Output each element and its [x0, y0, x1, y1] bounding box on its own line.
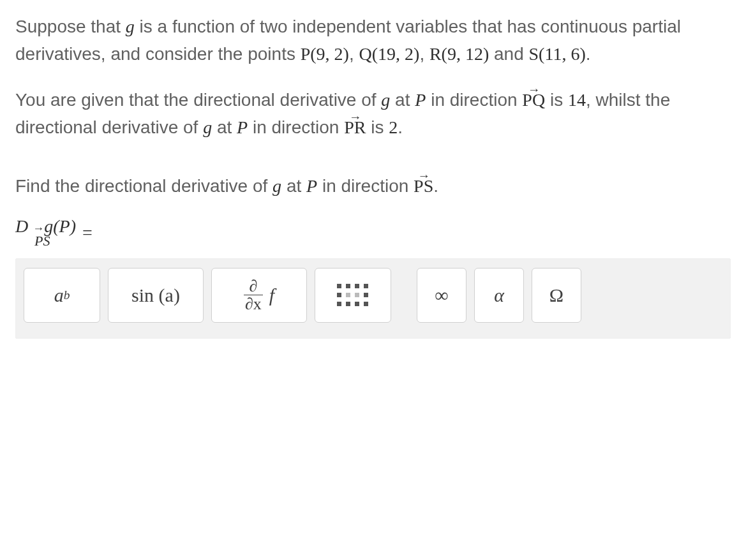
value-2: 2 [389, 117, 398, 137]
text: , [419, 44, 429, 64]
frac-num: ∂ [248, 277, 258, 295]
math-P: P [237, 117, 248, 137]
point-R: R(9, 12) [429, 44, 489, 64]
text: and [489, 44, 528, 64]
omega-button[interactable]: Ω [532, 268, 581, 323]
fraction-icon: ∂ ∂x [244, 277, 263, 313]
sin-label: sin (a) [131, 281, 180, 311]
D-letter: D [15, 216, 28, 236]
math-P: P [415, 90, 426, 110]
text: in direction [248, 117, 344, 137]
point-Q: Q(19, 2) [359, 44, 420, 64]
problem-paragraph-3: Find the directional derivative of g at … [15, 172, 731, 200]
vector-PS: PS [414, 177, 433, 195]
frac-den: ∂x [244, 295, 263, 313]
point-S: S(11, 6) [529, 44, 586, 64]
vector-PQ: PQ [522, 91, 545, 109]
partial-derivative-button[interactable]: ∂ ∂x f [211, 268, 307, 323]
text: in direction [317, 176, 414, 196]
directional-derivative-symbol: D →g(P) PS [15, 217, 76, 248]
answer-prompt: D →g(P) PS = [15, 217, 731, 248]
text: Find the directional derivative of [15, 176, 272, 196]
math-P: P [306, 176, 317, 196]
math-g: g [203, 117, 212, 137]
infinity-icon: ∞ [435, 281, 448, 311]
equals-sign: = [82, 219, 93, 246]
text: , [349, 44, 359, 64]
subscript-PS: PS [15, 234, 50, 248]
math-input-toolbar: ab sin (a) ∂ ∂x f ∞ α Ω [15, 258, 731, 339]
alpha-button[interactable]: α [474, 268, 524, 323]
value-14: 14 [568, 90, 586, 110]
math-g: g [126, 17, 135, 36]
text: . [433, 176, 438, 196]
sin-button[interactable]: sin (a) [108, 268, 204, 323]
text: . [398, 117, 403, 137]
text: is [366, 117, 389, 137]
matrix-button[interactable] [315, 268, 391, 323]
text: . [586, 44, 591, 64]
point-P: P(9, 2) [301, 44, 349, 64]
exponent-button[interactable]: ab [24, 268, 100, 323]
text: Suppose that [15, 17, 126, 36]
math-g: g [272, 176, 281, 196]
frac-f: f [269, 281, 274, 311]
exp-sup: b [64, 286, 70, 305]
math-g: g [381, 90, 390, 110]
omega-icon: Ω [549, 281, 563, 311]
text: at [281, 176, 306, 196]
matrix-icon [337, 284, 369, 307]
exp-base: a [54, 281, 64, 311]
problem-paragraph-1: Suppose that g is a function of two inde… [15, 13, 731, 68]
text: at [390, 90, 415, 110]
text: in direction [426, 90, 522, 110]
problem-paragraph-2: You are given that the directional deriv… [15, 86, 731, 142]
text: You are given that the directional deriv… [15, 90, 381, 110]
alpha-icon: α [494, 281, 504, 311]
text: at [212, 117, 237, 137]
text: is [550, 90, 568, 110]
infinity-button[interactable]: ∞ [417, 268, 466, 323]
vector-PR: PR [344, 119, 366, 136]
